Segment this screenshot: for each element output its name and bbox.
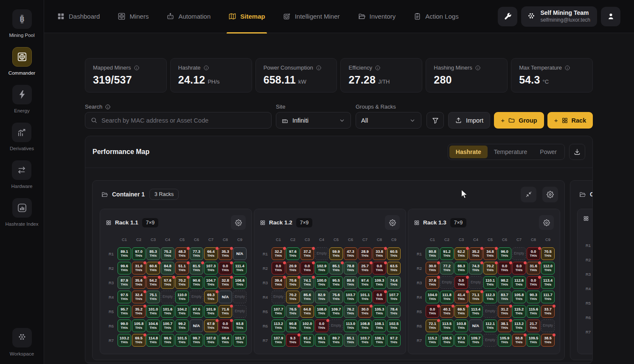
- groups-racks-select[interactable]: All: [356, 112, 421, 129]
- miner-cell[interactable]: 101.9TH/s: [204, 305, 218, 318]
- add-group-button[interactable]: + Group: [494, 112, 544, 129]
- map-mode-temperature[interactable]: Temperature: [488, 146, 534, 158]
- miner-cell[interactable]: 107.0TH/s: [204, 334, 218, 347]
- miner-cell[interactable]: 109.7TH/s: [329, 305, 343, 318]
- add-rack-button[interactable]: + Rack: [547, 112, 593, 129]
- miner-cell[interactable]: N/A: [233, 247, 247, 260]
- miner-cell[interactable]: 25.7TH/s: [358, 262, 372, 274]
- miner-cell[interactable]: 69.3TH/s: [204, 291, 218, 303]
- miner-cell[interactable]: 108.0TH/s: [315, 305, 328, 318]
- miner-cell[interactable]: 31.0TH/s: [132, 262, 146, 274]
- miner-cell[interactable]: 59.9TH/s: [329, 247, 343, 260]
- miner-cell[interactable]: 28.9TH/s: [358, 247, 372, 260]
- miner-cell[interactable]: 71.6TH/s: [219, 305, 232, 318]
- miner-cell[interactable]: 70.6TH/s: [286, 276, 300, 289]
- miner-cell[interactable]: 0.0TH/s: [498, 262, 511, 274]
- miner-cell[interactable]: 111.7TH/s: [541, 291, 555, 303]
- miner-cell[interactable]: 30.0TH/s: [358, 305, 372, 318]
- miner-cell[interactable]: 91.2TH/s: [300, 334, 314, 347]
- tools-wrench-button[interactable]: [498, 7, 517, 26]
- miner-cell[interactable]: 113.4TH/s: [469, 305, 483, 318]
- miner-cell[interactable]: 98.4TH/s: [219, 334, 232, 347]
- miner-cell[interactable]: 57.6TH/s: [161, 276, 174, 289]
- sidebar-item-derivatives[interactable]: Derivatives: [10, 123, 34, 151]
- miner-cell[interactable]: 107.9TH/s: [272, 334, 285, 347]
- miner-cell[interactable]: 38.5TH/s: [541, 334, 555, 347]
- miner-cell[interactable]: 70.5TH/s: [541, 247, 555, 260]
- miner-cell[interactable]: 98.1TH/s: [315, 334, 328, 347]
- nav-tab-intelligent-miner[interactable]: Intelligent Miner: [283, 0, 340, 33]
- miner-cell[interactable]: 41.4TH/s: [454, 291, 468, 303]
- miner-cell[interactable]: 97.0TH/s: [132, 247, 146, 260]
- miner-cell[interactable]: 70.2TH/s: [483, 262, 497, 274]
- miner-cell[interactable]: N/A: [469, 319, 483, 332]
- miner-cell[interactable]: 113.2TH/s: [272, 319, 285, 332]
- miner-cell[interactable]: 95.5TH/s: [329, 276, 343, 289]
- miner-cell[interactable]: 114.8TH/s: [146, 334, 160, 347]
- nav-tab-dashboard[interactable]: Dashboard: [57, 0, 100, 33]
- miner-cell[interactable]: 106.5TH/s: [440, 334, 454, 347]
- miner-cell[interactable]: 101.6TH/s: [161, 305, 174, 318]
- miner-cell[interactable]: 64.8TH/s: [300, 305, 314, 318]
- miner-cell[interactable]: 31.6TH/s: [527, 262, 540, 274]
- miner-cell[interactable]: Empty: [161, 291, 174, 303]
- miner-cell[interactable]: 103.7TH/s: [358, 334, 372, 347]
- info-icon[interactable]: [105, 104, 111, 110]
- miner-cell[interactable]: 111.4TH/s: [233, 262, 247, 274]
- miner-cell[interactable]: N/A: [219, 291, 232, 303]
- miner-cell[interactable]: 107.7TH/s: [272, 305, 285, 318]
- miner-cell[interactable]: 104.0TH/s: [426, 291, 439, 303]
- import-button[interactable]: Import: [448, 112, 490, 129]
- miner-cell[interactable]: 113.5TH/s: [440, 319, 454, 332]
- miner-cell[interactable]: 0.0TH/s: [454, 276, 468, 289]
- miner-cell[interactable]: 32.4TH/s: [132, 291, 146, 303]
- miner-cell[interactable]: 70.2TH/s: [286, 291, 300, 303]
- miner-cell[interactable]: 48.3TH/s: [175, 247, 189, 260]
- miner-cell[interactable]: 74.3TH/s: [469, 262, 483, 274]
- miner-cell[interactable]: 110.0TH/s: [175, 291, 189, 303]
- nav-tab-miners[interactable]: Miners: [118, 0, 149, 33]
- miner-cell[interactable]: 90.3TH/s: [527, 291, 540, 303]
- miner-cell[interactable]: 0.0TH/s: [373, 262, 386, 274]
- miner-cell[interactable]: 74.4TH/s: [387, 276, 401, 289]
- miner-cell[interactable]: 101.7TH/s: [233, 334, 247, 347]
- miner-cell[interactable]: 60.6TH/s: [146, 262, 160, 274]
- miner-cell[interactable]: 67.9TH/s: [204, 319, 218, 332]
- miner-cell[interactable]: 104.6TH/s: [146, 319, 160, 332]
- nav-tab-action-logs[interactable]: Action Logs: [413, 0, 458, 33]
- miner-cell[interactable]: 85.3TH/s: [146, 247, 160, 260]
- team-selector[interactable]: Self Mining Team selfmining@luxor.tech: [521, 6, 597, 27]
- map-mode-power[interactable]: Power: [533, 146, 563, 158]
- miner-cell[interactable]: 107.7TH/s: [387, 291, 401, 303]
- miner-cell[interactable]: 104.7TH/s: [204, 276, 218, 289]
- miner-cell[interactable]: 87.9TH/s: [118, 276, 131, 289]
- miner-cell[interactable]: 69.5TH/s: [132, 334, 146, 347]
- miner-cell[interactable]: 102.0TH/s: [300, 319, 314, 332]
- miner-cell[interactable]: 51.1TH/s: [175, 262, 189, 274]
- container-settings-button[interactable]: [542, 187, 558, 202]
- miner-cell[interactable]: 112.6TH/s: [512, 276, 526, 289]
- miner-cell[interactable]: 113.4TH/s: [541, 276, 555, 289]
- miner-cell[interactable]: 33.8TH/s: [373, 247, 386, 260]
- miner-cell[interactable]: 76.2TH/s: [344, 305, 357, 318]
- miner-cell[interactable]: 109.7TH/s: [469, 334, 483, 347]
- miner-cell[interactable]: Empty: [512, 247, 526, 260]
- miner-cell[interactable]: 20.9TH/s: [286, 262, 300, 274]
- miner-cell[interactable]: 21.7TH/s: [527, 319, 540, 332]
- miner-cell[interactable]: 105.8TH/s: [512, 291, 526, 303]
- miner-cell[interactable]: 99.7TH/s: [190, 334, 203, 347]
- miner-cell[interactable]: 63.5TH/s: [387, 262, 401, 274]
- miner-cell[interactable]: 101.1TH/s: [358, 291, 372, 303]
- miner-cell[interactable]: 99.5TH/s: [161, 334, 174, 347]
- miner-cell[interactable]: 99.2TH/s: [175, 319, 189, 332]
- rack-settings-button[interactable]: [231, 215, 246, 230]
- search-input[interactable]: [101, 117, 266, 124]
- miner-cell[interactable]: 93.8TH/s: [233, 319, 247, 332]
- miner-cell[interactable]: 102.5TH/s: [387, 319, 401, 332]
- miner-cell[interactable]: Empty: [483, 305, 497, 318]
- miner-cell[interactable]: 103.8TH/s: [454, 319, 468, 332]
- miner-cell[interactable]: 37.2TH/s: [300, 247, 314, 260]
- miner-cell[interactable]: 112.3TH/s: [483, 291, 497, 303]
- miner-cell[interactable]: 35.3TH/s: [219, 247, 232, 260]
- miner-cell[interactable]: 111.8TH/s: [440, 291, 454, 303]
